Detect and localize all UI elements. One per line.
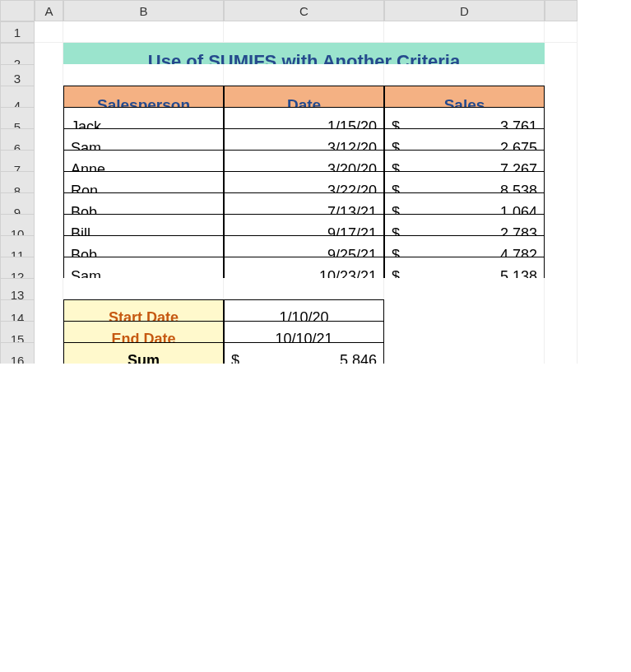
cell-D1[interactable] bbox=[384, 21, 545, 43]
cell-B1[interactable] bbox=[63, 21, 224, 43]
cell-A16[interactable] bbox=[35, 342, 63, 364]
col-header-last[interactable] bbox=[545, 0, 578, 21]
sum-label[interactable]: Sum bbox=[63, 342, 224, 364]
col-header-D[interactable]: D bbox=[384, 0, 545, 21]
row-header-1[interactable]: 1 bbox=[0, 21, 35, 43]
cell-E16[interactable] bbox=[545, 342, 578, 364]
col-header-C[interactable]: C bbox=[224, 0, 384, 21]
col-header-B[interactable]: B bbox=[63, 0, 224, 21]
corner-header[interactable] bbox=[0, 0, 35, 21]
col-header-A[interactable]: A bbox=[35, 0, 63, 21]
spreadsheet: A B C D 1 2 Use of SUMIFS with Another C… bbox=[0, 0, 631, 364]
cell-A1[interactable] bbox=[35, 21, 63, 43]
cell-D16[interactable] bbox=[384, 342, 545, 364]
cell-C1[interactable] bbox=[224, 21, 384, 43]
currency-symbol: $ bbox=[231, 352, 239, 364]
cell-E1[interactable] bbox=[545, 21, 578, 43]
sum-value[interactable]: $5,846 bbox=[224, 342, 384, 364]
currency-value: 5,846 bbox=[340, 352, 377, 364]
row-header-16[interactable]: 16 bbox=[0, 342, 35, 364]
